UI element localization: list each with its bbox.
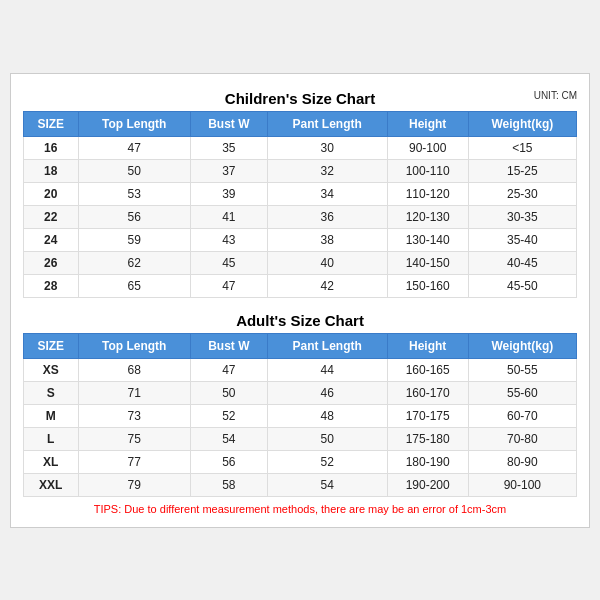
table-cell: 50 [78, 159, 190, 182]
table-cell: 45 [190, 251, 267, 274]
table-cell: 43 [190, 228, 267, 251]
table-cell: 40-45 [468, 251, 576, 274]
table-cell: 24 [24, 228, 79, 251]
table-cell: XS [24, 358, 79, 381]
table-cell: 50-55 [468, 358, 576, 381]
table-row: 26624540140-15040-45 [24, 251, 577, 274]
table-cell: 73 [78, 404, 190, 427]
table-cell: 50 [190, 381, 267, 404]
table-cell: <15 [468, 136, 576, 159]
table-cell: 26 [24, 251, 79, 274]
table-cell: 47 [190, 358, 267, 381]
children-col-height: Height [387, 111, 468, 136]
table-cell: 71 [78, 381, 190, 404]
table-row: S715046160-17055-60 [24, 381, 577, 404]
table-cell: 18 [24, 159, 79, 182]
table-cell: 77 [78, 450, 190, 473]
table-cell: 54 [190, 427, 267, 450]
table-cell: 70-80 [468, 427, 576, 450]
table-cell: 160-165 [387, 358, 468, 381]
children-col-top-length: Top Length [78, 111, 190, 136]
adults-table: SIZE Top Length Bust W Pant Length Heigh… [23, 333, 577, 497]
table-cell: 170-175 [387, 404, 468, 427]
table-cell: 52 [190, 404, 267, 427]
table-cell: 110-120 [387, 182, 468, 205]
table-cell: 34 [267, 182, 387, 205]
table-cell: 120-130 [387, 205, 468, 228]
table-cell: 79 [78, 473, 190, 496]
tips-text: TIPS: Due to different measurement metho… [23, 497, 577, 517]
table-cell: 75 [78, 427, 190, 450]
adults-header-row: SIZE Top Length Bust W Pant Length Heigh… [24, 333, 577, 358]
table-cell: 41 [190, 205, 267, 228]
table-cell: 48 [267, 404, 387, 427]
children-col-pant-length: Pant Length [267, 111, 387, 136]
adults-col-bust-w: Bust W [190, 333, 267, 358]
table-cell: 40 [267, 251, 387, 274]
children-section-title: Children's Size Chart UNIT: CM [23, 84, 577, 111]
table-cell: 190-200 [387, 473, 468, 496]
table-cell: 100-110 [387, 159, 468, 182]
table-cell: 35 [190, 136, 267, 159]
table-cell: S [24, 381, 79, 404]
children-col-size: SIZE [24, 111, 79, 136]
table-cell: 44 [267, 358, 387, 381]
table-cell: 25-30 [468, 182, 576, 205]
unit-label: UNIT: CM [534, 90, 577, 101]
table-row: XS684744160-16550-55 [24, 358, 577, 381]
table-cell: 47 [190, 274, 267, 297]
table-cell: 22 [24, 205, 79, 228]
table-cell: XL [24, 450, 79, 473]
table-cell: 55-60 [468, 381, 576, 404]
table-row: 20533934110-12025-30 [24, 182, 577, 205]
table-cell: 59 [78, 228, 190, 251]
table-cell: 56 [78, 205, 190, 228]
children-title-text: Children's Size Chart [225, 90, 375, 107]
table-row: 1647353090-100<15 [24, 136, 577, 159]
table-cell: M [24, 404, 79, 427]
table-cell: L [24, 427, 79, 450]
table-cell: 16 [24, 136, 79, 159]
table-cell: 45-50 [468, 274, 576, 297]
table-cell: 15-25 [468, 159, 576, 182]
table-cell: 56 [190, 450, 267, 473]
table-cell: 175-180 [387, 427, 468, 450]
table-cell: 46 [267, 381, 387, 404]
adults-section-title: Adult's Size Chart [23, 306, 577, 333]
table-cell: 30 [267, 136, 387, 159]
table-cell: 20 [24, 182, 79, 205]
table-cell: XXL [24, 473, 79, 496]
table-cell: 180-190 [387, 450, 468, 473]
table-cell: 160-170 [387, 381, 468, 404]
adults-col-pant-length: Pant Length [267, 333, 387, 358]
table-row: XXL795854190-20090-100 [24, 473, 577, 496]
table-cell: 37 [190, 159, 267, 182]
table-cell: 150-160 [387, 274, 468, 297]
table-cell: 28 [24, 274, 79, 297]
children-table: SIZE Top Length Bust W Pant Length Heigh… [23, 111, 577, 298]
adults-col-height: Height [387, 333, 468, 358]
chart-container: Children's Size Chart UNIT: CM SIZE Top … [10, 73, 590, 528]
table-cell: 30-35 [468, 205, 576, 228]
adults-col-size: SIZE [24, 333, 79, 358]
table-row: 24594338130-14035-40 [24, 228, 577, 251]
children-col-weight: Weight(kg) [468, 111, 576, 136]
children-header-row: SIZE Top Length Bust W Pant Length Heigh… [24, 111, 577, 136]
table-row: 28654742150-16045-50 [24, 274, 577, 297]
table-cell: 39 [190, 182, 267, 205]
table-cell: 130-140 [387, 228, 468, 251]
adults-col-top-length: Top Length [78, 333, 190, 358]
table-cell: 47 [78, 136, 190, 159]
table-cell: 54 [267, 473, 387, 496]
table-cell: 90-100 [468, 473, 576, 496]
adults-title-text: Adult's Size Chart [236, 312, 364, 329]
table-cell: 42 [267, 274, 387, 297]
table-cell: 140-150 [387, 251, 468, 274]
children-col-bust-w: Bust W [190, 111, 267, 136]
table-cell: 35-40 [468, 228, 576, 251]
table-cell: 62 [78, 251, 190, 274]
table-cell: 65 [78, 274, 190, 297]
table-row: M735248170-17560-70 [24, 404, 577, 427]
table-row: 22564136120-13030-35 [24, 205, 577, 228]
table-cell: 58 [190, 473, 267, 496]
